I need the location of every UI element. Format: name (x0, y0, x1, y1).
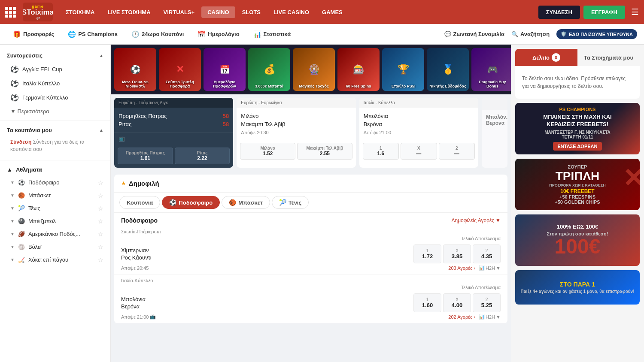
betslip-tab-deltio[interactable]: Δελτίο 0 (515, 49, 577, 66)
sport-label-volleyball: Βόλεϊ (28, 244, 42, 250)
subnav-prosfores[interactable]: 🎁 Προσφορές (7, 28, 60, 41)
sidebar-item-label-2: Ιταλία Κύπελλο (22, 80, 60, 87)
sport-tennis[interactable]: ▼ 🎾 Τένις ☆ (0, 202, 110, 215)
star-icon[interactable]: ☆ (98, 179, 103, 186)
carousel-item-4[interactable]: 🎡 Μαγικός Τροχός (293, 48, 335, 91)
tab-coupons[interactable]: Κουπόνια (119, 196, 160, 209)
odd-btn-1-1[interactable]: Μακάμπι Τελ Αβίβ 2.55 (297, 143, 352, 160)
sport-american-football[interactable]: ▼ 🏈 Αμερικάνικο Ποδός... ☆ (0, 228, 110, 241)
chevron-down-icon-8: ▼ (10, 257, 15, 262)
shortcuts-header[interactable]: Συντομεύσεις ▲ (0, 49, 110, 62)
sport-hockey[interactable]: ▼ 🏒 Χόκεϊ επί πάγου ☆ (0, 253, 110, 266)
sidebar-item-efl[interactable]: ⚽ Αγγλία EFL Cup (0, 62, 110, 76)
event-card-1: Ευρώπη - Ευρωλίγκα Μιλάνο Μακάμπι Τελ Αβ… (237, 98, 355, 168)
promo-triple-content: ΣΟΥΠΕΡ ΤΡΙΠΛΗ ΠΡΟΣΦΟΡΑ ΧΩΡΙΣ ΚΑΤΑΘΕΣΗ 10… (549, 164, 606, 205)
match-markets-1[interactable]: 202 Αγορές › (448, 314, 475, 320)
carousel-item-1[interactable]: ✕ Σούπερ Τριπλή Προσφορά (159, 48, 201, 91)
match-time-1: Απόψε 21:00 (121, 314, 149, 320)
h2h-btn-1[interactable]: 📊 H2H ▼ (479, 314, 501, 320)
odd-cell-1-1[interactable]: X 4.00 (443, 293, 471, 312)
sport-basketball[interactable]: ▼ 🏀 Μπάσκετ ☆ (0, 189, 110, 202)
sport-football[interactable]: ▼ ⚽ Ποδόσφαιρο ☆ (0, 176, 110, 189)
match-teams-0: Χίμπερνιαν Ρος Κάουντι (121, 247, 152, 261)
site-logo[interactable]: game SToixima .gr (23, 3, 53, 21)
subnav-search[interactable]: 🔍 Αναζήτηση (511, 31, 550, 37)
sport-baseball[interactable]: ▼ 🎱 Μπέιζμπολ ☆ (0, 215, 110, 228)
odd-cell-0-0[interactable]: 1 1.72 (413, 244, 441, 263)
carousel-item-8[interactable]: 🎮 Pragmatic Buy Bonus (471, 48, 511, 91)
match-team1-1: Μπολόνια (121, 296, 146, 303)
sidebar-item-italy-cup[interactable]: ⚽ Ιταλία Κύπελλο (0, 76, 110, 90)
coupons-header[interactable]: Τα κουπόνια μου ▲ (0, 124, 110, 137)
sidebar-more-shortcuts[interactable]: ▼ Περισσότερα (0, 105, 110, 118)
odd-btn-2-0[interactable]: 1 1.6 (363, 143, 399, 160)
nav-games[interactable]: GAMES (316, 6, 349, 18)
betslip-tab-my-bets[interactable]: Τα Στοιχήματά μου (577, 49, 640, 66)
promo-100-percent[interactable]: 100% ΕΩΣ 100€ Στην πρώτη σου κατάθεση! 1… (515, 214, 640, 266)
football-icon: ⚽ (10, 65, 19, 73)
subnav-ps-champions[interactable]: 🌐 PS Champions (62, 28, 124, 41)
carousel-item-3[interactable]: 💰 3.000€ Μετρητά (248, 48, 290, 91)
promo-ps-champions[interactable]: PS CHAMPIONS ΜΠΑΙΝΕΙΣ ΣΤΗ ΜΑΧΗ ΚΑΙΚΕΡΔΙΖ… (515, 103, 640, 154)
promo-super-triple[interactable]: ΣΟΥΠΕΡ ΤΡΙΠΛΗ ΠΡΟΣΦΟΡΑ ΧΩΡΙΣ ΚΑΤΑΘΕΣΗ 10… (515, 159, 640, 210)
tab-football[interactable]: ⚽ Ποδόσφαιρο (162, 196, 220, 209)
carousel-item-2[interactable]: 📅 Ημερολόγιο Προσφορών (204, 48, 246, 91)
sport-label-basketball: Μπάσκετ (28, 192, 51, 199)
nav-stoixima[interactable]: ΣΤΟΙΧΗΜΑ (60, 6, 101, 18)
odd-btn-0-0[interactable]: Προμηθέας Πάτρας 1.61 (118, 148, 173, 164)
subnav-statistics[interactable]: 📊 Στατιστικά (247, 28, 297, 41)
nav-live-stoixima[interactable]: LIVE ΣΤΟΙΧΗΜΑ (102, 6, 157, 18)
odd-btn-2-1[interactable]: Χ — (401, 143, 437, 160)
star-icon-6[interactable]: ☆ (98, 244, 103, 250)
odd-cell-0-2[interactable]: 2 4.35 (473, 244, 501, 263)
promo-para1[interactable]: ΣΤΟ ΠΑΡΑ 1 Παίξε 4+ αγώνες και αν χάσεις… (515, 270, 640, 305)
hamburger-menu-icon[interactable]: ☰ (631, 7, 639, 17)
star-icon-3[interactable]: ☆ (98, 205, 103, 212)
star-icon-7[interactable]: ☆ (98, 256, 103, 263)
odd-btn-1-0[interactable]: Μιλάνο 1.52 (240, 143, 295, 160)
odd-cell-1-2[interactable]: 2 5.25 (473, 293, 501, 312)
carousel-item-7[interactable]: 🥇 Νικητής Εβδομάδας (427, 48, 469, 91)
carousel-item-5[interactable]: 🎰 60 Free Spins (337, 48, 380, 91)
star-icon-5[interactable]: ☆ (98, 231, 103, 238)
subnav-calendar[interactable]: 📅 Ημερολόγιο (191, 28, 245, 41)
sidebar-item-germany-cup[interactable]: ⚽ Γερμανία Κύπελλο (0, 90, 110, 105)
nav-slots[interactable]: SLOTS (236, 6, 267, 18)
shield-icon: 🛡️ (561, 31, 567, 37)
sports-header[interactable]: ▲ Αθλήματα (0, 163, 110, 176)
grid-icon[interactable] (5, 7, 16, 18)
tab-basketball[interactable]: 🏀 Μπάσκετ (222, 196, 270, 209)
carousel-item-label-7: Νικητής Εβδομάδας (427, 84, 469, 88)
sidebar-item-label-3: Γερμανία Κύπελλο (22, 94, 68, 101)
sport-volleyball[interactable]: ▼ 🏐 Βόλεϊ ☆ (0, 241, 110, 253)
tennis-tab-icon: 🎾 (279, 199, 286, 206)
popular-markets-btn[interactable]: Δημοφιλείς Αγορές ▼ (451, 217, 501, 223)
register-button[interactable]: ΕΓΓΡΑΦΗ (583, 6, 625, 19)
carousel-item-0[interactable]: ⚽ Μαν. Γιουν. vs Νιούκαστλ (114, 48, 156, 91)
baseball-sport-icon: 🎱 (18, 218, 25, 224)
star-icon-2[interactable]: ☆ (98, 192, 103, 199)
odd-cell-1-0[interactable]: 1 1.60 (413, 293, 441, 312)
nav-casino[interactable]: CASINO (201, 6, 235, 18)
star-icon-4[interactable]: ☆ (98, 218, 103, 225)
tv-icon: 📺 (118, 136, 125, 142)
nav-virtuals[interactable]: VIRTUALS+ (158, 6, 201, 18)
tab-football-label: Ποδόσφαιρο (179, 199, 213, 206)
login-button[interactable]: ΣΥΝΔΕΣΗ (538, 6, 580, 19)
chevron-down-icon-7: ▼ (10, 244, 15, 249)
h2h-btn-0[interactable]: 📊 H2H ▼ (479, 265, 501, 271)
odd-label-1-1: Μακάμπι Τελ Αβίβ (299, 146, 350, 151)
event-card-partial-header (482, 98, 507, 110)
chevron-up-icon-2: ▲ (99, 128, 103, 133)
odd-cell-0-1[interactable]: X 3.85 (443, 244, 471, 263)
carousel-item-6[interactable]: 🏆 Έπαθλο PS5! (382, 48, 424, 91)
subnav-responsible-gambling[interactable]: 🛡️ ΕΔΩ ΠΑΙΖΟΥΜΕ ΥΠΕΥΘΥΝΑ (556, 29, 637, 39)
subnav-24h-coupon[interactable]: 🕐 24ωρο Κουπόνι (125, 28, 190, 41)
odd-btn-2-2[interactable]: 2 — (439, 143, 475, 160)
nav-live-casino[interactable]: LIVE CASINO (267, 6, 315, 18)
subnav-live-chat[interactable]: 💬 Ζωντανή Συνομιλία (444, 31, 504, 37)
coupon-login-link[interactable]: Σύνδεση (10, 139, 31, 145)
tab-tennis[interactable]: 🎾 Τένις (272, 196, 309, 209)
odd-btn-0-1[interactable]: Ρίτας 2.22 (175, 148, 230, 164)
match-markets-0[interactable]: 203 Αγορές › (448, 265, 475, 271)
